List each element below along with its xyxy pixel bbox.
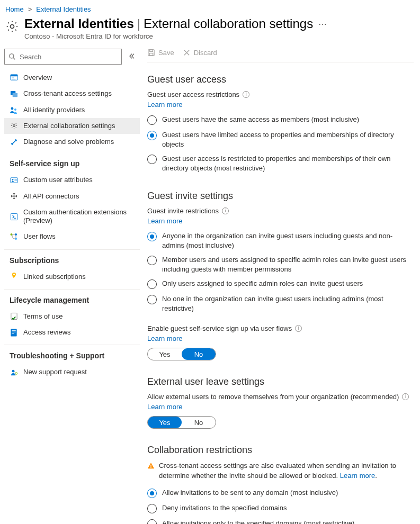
svg-point-18: [15, 238, 17, 240]
nav-external-collab-label: External collaboration settings: [23, 122, 115, 130]
svg-rect-14: [14, 180, 17, 181]
api-connectors-icon: [10, 192, 18, 201]
svg-rect-13: [14, 179, 17, 180]
nav-terms[interactable]: Terms of use: [4, 309, 140, 324]
guest-self-service-toggle[interactable]: Yes No: [147, 348, 216, 360]
nav-api-connectors[interactable]: All API connectors: [4, 188, 140, 204]
page-title-sep: |: [136, 16, 141, 31]
leave-learn-more[interactable]: Learn more: [147, 403, 182, 411]
title-bar: External Identities | External collabora…: [0, 16, 420, 44]
command-bar: Save Discard: [147, 44, 414, 62]
breadcrumb-sep: >: [28, 5, 32, 13]
nav-subscriptions: Linked subscriptions: [4, 269, 140, 285]
svg-point-9: [14, 109, 16, 111]
toggle-no[interactable]: No: [182, 417, 216, 428]
discard-label: Discard: [194, 49, 217, 57]
nav-overview[interactable]: Overview: [4, 70, 140, 86]
guest-invite-opt-3[interactable]: Only users assigned to specific admin ro…: [147, 279, 414, 289]
breadcrumb-home[interactable]: Home: [5, 5, 24, 13]
discard-button[interactable]: Discard: [183, 49, 217, 57]
nav-overview-label: Overview: [23, 74, 52, 82]
cross-tenant-icon: [10, 89, 18, 98]
svg-rect-4: [11, 77, 14, 78]
guest-invite-label: Guest invite restrictions: [147, 207, 219, 215]
user-flows-icon: [10, 232, 18, 241]
svg-rect-29: [149, 53, 153, 56]
guest-access-opt-2[interactable]: Guest users have limited access to prope…: [147, 130, 414, 149]
title-more-icon[interactable]: ⋯: [315, 19, 330, 29]
collab-opt-3[interactable]: Allow invitations only to the specified …: [147, 519, 414, 524]
collab-warning: Cross-tenant access settings are also ev…: [147, 461, 414, 480]
svg-point-17: [15, 233, 17, 236]
external-collab-icon: [10, 122, 18, 130]
sidebar-collapse-icon[interactable]: [126, 50, 138, 64]
save-label: Save: [158, 49, 174, 57]
toggle-no[interactable]: No: [182, 348, 216, 360]
search-input[interactable]: [20, 49, 121, 64]
collab-opt-2[interactable]: Deny invitations to the specified domain…: [147, 503, 414, 513]
info-icon[interactable]: i: [222, 207, 229, 214]
guest-invite-opt-1[interactable]: Anyone in the organization can invite gu…: [147, 231, 414, 250]
nav-identity-providers[interactable]: All identity providers: [4, 102, 140, 118]
nav-diagnose[interactable]: Diagnose and solve problems: [4, 134, 140, 150]
info-icon[interactable]: i: [295, 325, 302, 332]
collab-radios: Allow invitations to be sent to any doma…: [147, 488, 414, 524]
nav-custom-user-attrs-label: Custom user attributes: [23, 176, 93, 184]
nav-external-collab[interactable]: External collaboration settings: [4, 118, 140, 134]
toggle-yes[interactable]: Yes: [148, 417, 182, 428]
section-guest-access: Guest user access Guest user access rest…: [147, 74, 414, 173]
svg-rect-27: [148, 50, 154, 56]
nav-cross-tenant[interactable]: Cross-tenant access settings: [4, 86, 140, 102]
collab-opt-1[interactable]: Allow invitations to be sent to any doma…: [147, 488, 414, 498]
nav-custom-auth-ext-label: Custom authentication extensions (Previe…: [23, 208, 136, 225]
guest-invite-opt-4[interactable]: No one in the organization can invite gu…: [147, 294, 414, 313]
guest-access-radios: Guest users have the same access as memb…: [147, 115, 414, 173]
nav-new-support[interactable]: New support request: [4, 364, 140, 380]
page-subtitle: Contoso - Microsoft Entra ID for workfor…: [24, 32, 415, 40]
info-icon[interactable]: i: [243, 91, 249, 98]
guest-invite-learn-more[interactable]: Learn more: [147, 217, 182, 225]
breadcrumb-external-identities[interactable]: External Identities: [36, 5, 91, 13]
nav-troubleshoot: New support request: [4, 364, 140, 380]
new-support-icon: [10, 368, 18, 376]
page-title-right: External collaboration settings: [144, 16, 313, 31]
access-reviews-icon: [10, 328, 18, 337]
leave-toggle[interactable]: Yes No: [147, 416, 216, 429]
section-collab: Collaboration restrictions Cross-tenant …: [147, 445, 414, 524]
svg-rect-30: [150, 465, 151, 467]
nav-terms-label: Terms of use: [23, 312, 62, 321]
warning-icon: [147, 462, 155, 469]
guest-invite-opt-2[interactable]: Member users and users assigned to speci…: [147, 255, 414, 274]
page-title: External Identities | External collabora…: [24, 16, 415, 31]
nav-primary: Overview Cross-tenant access settings Al…: [4, 70, 140, 150]
guest-self-service-learn-more[interactable]: Learn more: [147, 335, 182, 342]
leave-label: Allow external users to remove themselve…: [147, 393, 399, 401]
nav-linked-subs-label: Linked subscriptions: [23, 273, 86, 281]
linked-subs-icon: [10, 273, 18, 281]
nav-access-reviews[interactable]: Access reviews: [4, 324, 140, 340]
identity-providers-icon: [10, 106, 18, 114]
nav-custom-user-attrs[interactable]: Custom user attributes: [4, 172, 140, 188]
breadcrumb: Home > External Identities: [0, 0, 420, 16]
collab-warning-learn-more[interactable]: Learn more: [340, 472, 375, 480]
save-button[interactable]: Save: [147, 49, 174, 57]
search-box[interactable]: [4, 49, 122, 65]
gear-icon: [5, 20, 19, 35]
guest-access-opt-3[interactable]: Guest user access is restricted to prope…: [147, 154, 414, 173]
svg-point-19: [13, 274, 15, 275]
svg-point-10: [13, 125, 15, 127]
nav-section-self-service: Self-service sign up: [4, 153, 140, 171]
guest-access-opt-1[interactable]: Guest users have the same access as memb…: [147, 115, 414, 125]
section-guest-invite: Guest invite settings Guest invite restr…: [147, 191, 414, 360]
info-icon[interactable]: i: [402, 393, 409, 400]
nav-providers-label: All identity providers: [23, 106, 85, 114]
nav-user-flows-label: User flows: [23, 232, 56, 241]
guest-access-learn-more[interactable]: Learn more: [147, 101, 182, 109]
guest-invite-radios: Anyone in the organization can invite gu…: [147, 231, 414, 313]
toggle-yes[interactable]: Yes: [148, 348, 182, 360]
nav-user-flows[interactable]: User flows: [4, 229, 140, 245]
leave-heading: External user leave settings: [147, 376, 414, 387]
nav-custom-auth-ext[interactable]: Custom authentication extensions (Previe…: [4, 204, 140, 229]
nav-linked-subs[interactable]: Linked subscriptions: [4, 269, 140, 285]
svg-point-25: [12, 370, 14, 373]
